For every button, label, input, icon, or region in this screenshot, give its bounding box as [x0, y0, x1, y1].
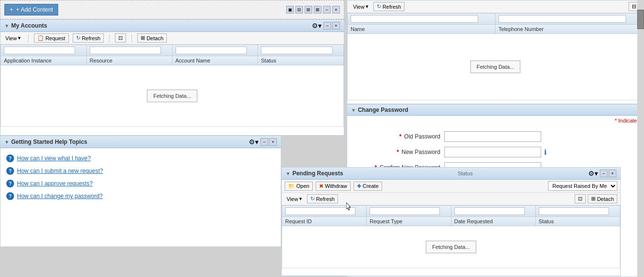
new-password-row: * New Password ℹ: [357, 147, 634, 157]
create-icon: ✚: [357, 183, 361, 189]
col-account-name: Account Name: [172, 56, 258, 65]
grid-icon: ⊟: [632, 3, 636, 10]
detach-icon: ⊞: [141, 35, 145, 41]
view-label: View: [5, 35, 17, 41]
pending-requests-table: Request ID Request Type Date Requested S…: [282, 205, 620, 268]
pending-view-btn[interactable]: View ▾: [285, 195, 304, 203]
filter-pending-status[interactable]: [539, 207, 609, 215]
pending-requests-controls: ⚙▾ – ×: [587, 169, 616, 177]
plus-icon: +: [10, 6, 13, 13]
my-accounts-refresh-btn[interactable]: ↻ Refresh: [73, 33, 104, 43]
pending-open-btn[interactable]: 📁 Open: [285, 182, 313, 191]
col-resource: Resource: [86, 56, 172, 65]
change-password-title: Change Password: [351, 107, 408, 113]
right-refresh-icon: ↻: [377, 3, 381, 10]
pending-withdraw-btn[interactable]: ✖ Withdraw: [316, 182, 351, 191]
request-type-dropdown[interactable]: Request Raised By Me: [548, 181, 617, 191]
filter-app-instance[interactable]: [4, 46, 75, 54]
old-pwd-required-star: *: [399, 133, 402, 140]
request-icon: 📋: [37, 35, 44, 41]
pending-refresh-label: Refresh: [316, 196, 335, 202]
right-fetching-overlay: Fetching Data...: [351, 35, 640, 98]
my-accounts-export-btn[interactable]: ⊡: [115, 33, 126, 43]
refresh-label: Refresh: [82, 35, 101, 41]
help-icon-3: ?: [6, 180, 14, 187]
help-link-3[interactable]: ? How can I approve requests?: [6, 177, 275, 190]
right-top-toolbar: View ▾ ↻ Refresh ⊟: [347, 0, 644, 13]
window-ctrl-resize[interactable]: ▣: [286, 6, 294, 14]
pending-gear-btn[interactable]: ⚙▾: [587, 169, 599, 177]
pending-toolbar-2-left: View ▾ ↻ Refresh: [285, 194, 338, 203]
new-password-input[interactable]: [444, 147, 541, 157]
right-col-name: Name: [348, 25, 496, 34]
my-accounts-panel: My Accounts ⚙▾ – × View ▾ 📋 Request ↻ Re…: [0, 19, 344, 136]
request-label: Request: [46, 35, 65, 41]
help-link-4-label: How can I change my password?: [17, 193, 103, 200]
getting-started-gear-btn[interactable]: ⚙▾: [248, 138, 259, 146]
pending-tbody: Fetching Data...: [282, 226, 620, 268]
my-accounts-detach-btn[interactable]: ⊞ Detach: [137, 33, 167, 43]
old-password-input[interactable]: [444, 131, 541, 142]
getting-started-title: Getting Started Help Topics: [4, 138, 87, 145]
help-link-1[interactable]: ? How can I view what I have?: [6, 152, 275, 165]
help-link-4[interactable]: ? How can I change my password?: [6, 190, 275, 202]
right-top-refresh-btn[interactable]: ↻ Refresh: [373, 2, 405, 11]
pending-detach-icon: ⊞: [591, 196, 596, 202]
filter-request-type[interactable]: [370, 207, 440, 215]
filter-date-requested[interactable]: [454, 207, 525, 215]
filter-request-id[interactable]: [285, 207, 355, 215]
pending-refresh-btn[interactable]: ↻ Refresh: [307, 194, 338, 203]
toolbar-separator-3: [131, 34, 132, 43]
col-status: Status: [258, 56, 344, 65]
pending-create-btn[interactable]: ✚ Create: [354, 182, 382, 191]
right-top-panel: View ▾ ↻ Refresh ⊟ Name Telephone Number: [347, 0, 644, 104]
add-content-label: + Add Content: [16, 6, 53, 13]
pending-minimize-btn[interactable]: –: [600, 169, 608, 177]
pending-refresh-icon: ↻: [310, 196, 315, 202]
fetching-row: Fetching Data...: [1, 65, 344, 127]
pending-export-icon: ⊡: [578, 196, 582, 202]
help-link-2-label: How can I submit a new request?: [17, 168, 103, 174]
info-icon[interactable]: ℹ: [544, 148, 547, 156]
my-accounts-request-btn[interactable]: 📋 Request: [34, 33, 69, 43]
window-ctrl-minimize[interactable]: –: [323, 6, 331, 14]
filter-account-name[interactable]: [176, 46, 247, 54]
getting-started-close-btn[interactable]: ×: [269, 138, 277, 146]
filter-status[interactable]: [261, 46, 332, 54]
right-scrollbar[interactable]: [637, 0, 644, 277]
help-link-2[interactable]: ? How can I submit a new request?: [6, 165, 275, 177]
right-top-tbody: Fetching Data...: [348, 34, 644, 100]
window-ctrl-grid2[interactable]: ⊞: [305, 6, 312, 14]
my-accounts-header: My Accounts ⚙▾ – ×: [0, 20, 344, 32]
window-ctrl-grid3[interactable]: ⊠: [314, 6, 322, 14]
my-accounts-close-btn[interactable]: ×: [332, 22, 340, 30]
pending-export-btn[interactable]: ⊡: [575, 194, 586, 203]
filter-resource[interactable]: [90, 46, 161, 54]
my-accounts-minimize-btn[interactable]: –: [323, 22, 331, 30]
window-ctrl-grid1[interactable]: ⊟: [295, 6, 303, 14]
open-label: Open: [296, 183, 309, 189]
toolbar-separator-1: [28, 34, 29, 43]
open-folder-icon: 📁: [288, 183, 295, 189]
my-accounts-gear-btn[interactable]: ⚙▾: [311, 22, 322, 30]
pending-close-btn[interactable]: ×: [609, 169, 616, 177]
pending-requests-panel: Pending Requests Status ⚙▾ – × 📁 Open ✖ …: [281, 167, 621, 276]
scrollbar-thumb[interactable]: [637, 10, 644, 29]
col-app-instance: Application Instance: [1, 56, 87, 65]
right-filter-phone[interactable]: [499, 15, 626, 23]
getting-started-minimize-btn[interactable]: –: [260, 138, 268, 146]
right-col-phone: Telephone Number: [496, 25, 644, 34]
right-filter-name[interactable]: [351, 15, 478, 23]
old-password-label: * Old Password: [357, 133, 444, 140]
pending-detach-btn[interactable]: ⊞ Detach: [588, 194, 617, 203]
window-ctrl-close[interactable]: ×: [332, 6, 340, 14]
right-top-view-btn[interactable]: View ▾: [351, 2, 370, 11]
my-accounts-title: My Accounts: [4, 22, 47, 29]
refresh-icon: ↻: [76, 35, 80, 41]
getting-started-controls: ⚙▾ – ×: [248, 138, 277, 146]
my-accounts-view-btn[interactable]: View ▾: [3, 34, 23, 42]
right-fetching-row: Fetching Data...: [348, 34, 644, 100]
pending-detach-label: Detach: [597, 196, 614, 202]
fetching-overlay: Fetching Data...: [4, 67, 340, 125]
add-content-button[interactable]: + + Add Content: [4, 4, 58, 15]
